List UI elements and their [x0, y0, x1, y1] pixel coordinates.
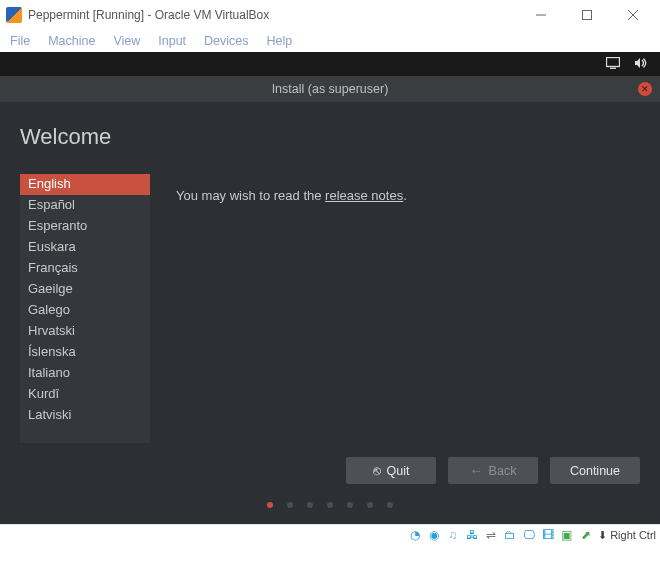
hard-disk-icon[interactable]: ◔ [406, 527, 423, 544]
virtualbox-app-icon [6, 7, 22, 23]
continue-button[interactable]: Continue [550, 457, 640, 484]
pager-dot[interactable] [367, 502, 373, 508]
dialog-close-button[interactable]: ✕ [638, 82, 652, 96]
cpu-icon[interactable]: ▣ [558, 527, 575, 544]
language-item[interactable]: English [20, 174, 150, 195]
language-item[interactable]: Kurdî [20, 384, 150, 405]
note-suffix: . [403, 188, 407, 203]
host-menu-file[interactable]: File [10, 34, 30, 48]
usb-icon[interactable]: ⇌ [482, 527, 499, 544]
svg-rect-4 [607, 57, 620, 66]
display-icon[interactable]: 🖵 [520, 527, 537, 544]
pager-dot[interactable] [287, 502, 293, 508]
audio-icon[interactable]: ♫ [444, 527, 461, 544]
back-button[interactable]: ← Back [448, 457, 538, 484]
note-prefix: You may wish to read the [176, 188, 325, 203]
release-notes-link[interactable]: release notes [325, 188, 403, 203]
back-arrow-icon: ← [470, 463, 483, 478]
display-switch-icon[interactable] [606, 57, 620, 72]
host-menu-devices[interactable]: Devices [204, 34, 248, 48]
language-item[interactable]: Italiano [20, 363, 150, 384]
network-icon[interactable]: 🖧 [463, 527, 480, 544]
host-menubar: File Machine View Input Devices Help [0, 30, 660, 52]
host-window-controls [518, 0, 656, 30]
language-item[interactable]: Latviski [20, 405, 150, 426]
host-menu-input[interactable]: Input [158, 34, 186, 48]
language-item[interactable]: Íslenska [20, 342, 150, 363]
host-window-title: Peppermint [Running] - Oracle VM Virtual… [28, 8, 518, 22]
host-close-button[interactable] [610, 0, 656, 30]
language-list[interactable]: EnglishEspañolEsperantoEuskaraFrançaisGa… [20, 174, 150, 443]
dialog-buttons: ⎋ Quit ← Back Continue [0, 443, 660, 484]
pager-dot[interactable] [267, 502, 273, 508]
host-minimize-button[interactable] [518, 0, 564, 30]
host-maximize-button[interactable] [564, 0, 610, 30]
dialog-titlebar: Install (as superuser) ✕ [0, 76, 660, 102]
optical-drive-icon[interactable]: ◉ [425, 527, 442, 544]
recording-icon[interactable]: 🎞 [539, 527, 556, 544]
dialog-content: EnglishEspañolEsperantoEuskaraFrançaisGa… [0, 174, 660, 443]
shared-folders-icon[interactable]: 🗀 [501, 527, 518, 544]
host-menu-machine[interactable]: Machine [48, 34, 95, 48]
language-item[interactable]: Euskara [20, 237, 150, 258]
quit-icon: ⎋ [373, 463, 381, 478]
language-item[interactable]: Hrvatski [20, 321, 150, 342]
language-item[interactable]: Esperanto [20, 216, 150, 237]
pager-dot[interactable] [327, 502, 333, 508]
host-statusbar: ◔ ◉ ♫ 🖧 ⇌ 🗀 🖵 🎞 ▣ ⬈ ⬇ Right Ctrl [0, 524, 660, 545]
host-menu-view[interactable]: View [113, 34, 140, 48]
language-item[interactable]: Español [20, 195, 150, 216]
step-pager [0, 484, 660, 514]
continue-label: Continue [570, 464, 620, 478]
host-key-indicator[interactable]: ⬇ Right Ctrl [598, 529, 656, 542]
release-note-text: You may wish to read the release notes. [176, 174, 640, 443]
mouse-integration-icon[interactable]: ⬈ [577, 527, 594, 544]
pager-dot[interactable] [347, 502, 353, 508]
host-titlebar: Peppermint [Running] - Oracle VM Virtual… [0, 0, 660, 30]
svg-rect-1 [583, 11, 592, 20]
pager-dot[interactable] [387, 502, 393, 508]
guest-topbar [0, 52, 660, 76]
back-label: Back [489, 464, 517, 478]
pager-dot[interactable] [307, 502, 313, 508]
quit-button[interactable]: ⎋ Quit [346, 457, 436, 484]
language-item[interactable]: Gaeilge [20, 279, 150, 300]
page-title: Welcome [0, 102, 660, 174]
guest-screen: Install (as superuser) ✕ Welcome English… [0, 52, 660, 524]
host-menu-help[interactable]: Help [267, 34, 293, 48]
quit-label: Quit [387, 464, 410, 478]
language-item[interactable]: Galego [20, 300, 150, 321]
dialog-title-text: Install (as superuser) [272, 82, 389, 96]
host-key-arrow-icon: ⬇ [598, 529, 607, 542]
host-key-label: Right Ctrl [610, 529, 656, 541]
volume-icon[interactable] [634, 57, 648, 72]
language-item[interactable]: Français [20, 258, 150, 279]
dialog-body: Welcome EnglishEspañolEsperantoEuskaraFr… [0, 102, 660, 524]
